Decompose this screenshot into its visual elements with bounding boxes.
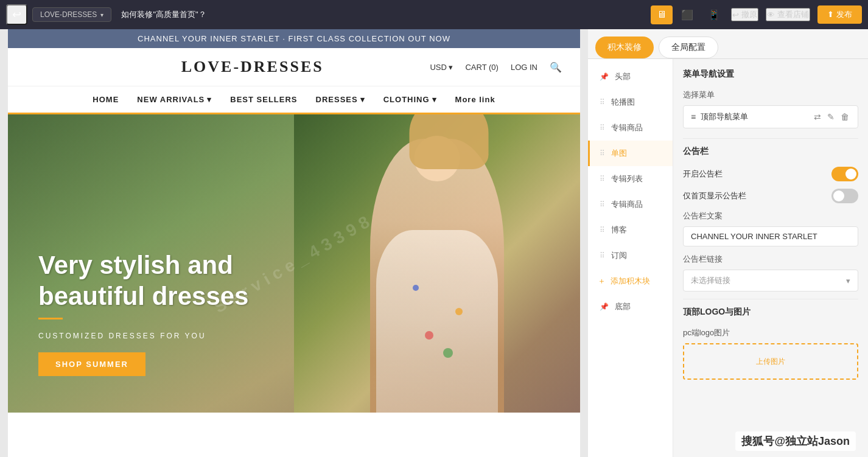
drag-handle-icon: ⠿ bbox=[600, 124, 605, 132]
hero-image-area bbox=[294, 114, 580, 413]
pin-icon: 📌 bbox=[600, 302, 609, 311]
homepage-only-toggle[interactable] bbox=[831, 189, 858, 203]
store-header-right: USD ▾ CART (0) LOG IN 🔍 bbox=[430, 61, 562, 73]
nav-item-new-arrivals[interactable]: NEW ARRIVALS ▾ bbox=[137, 95, 212, 104]
hero-cta-button[interactable]: SHOP SUMMER bbox=[38, 352, 145, 376]
panel-tabs: 积木装修 全局配置 bbox=[588, 29, 868, 59]
toolbar-right-actions: ↩ 撤原 👁 查看店铺 ⬆ 发布 bbox=[731, 5, 862, 24]
back-button[interactable]: ↩ bbox=[6, 4, 27, 25]
announcement-content-input[interactable] bbox=[683, 226, 858, 246]
logo-section-title: 顶部LOGO与图片 bbox=[683, 307, 858, 318]
chevron-down-icon: ▾ bbox=[846, 276, 850, 285]
panel-content: 📌 头部 ⠿ 轮播图 ⠿ 专辑商品 ⠿ 单图 bbox=[588, 59, 868, 457]
announcement-toggle-row: 开启公告栏 bbox=[683, 167, 858, 181]
pin-icon: 📌 bbox=[600, 72, 609, 81]
cart-link[interactable]: CART (0) bbox=[465, 63, 498, 72]
hero-content: Very stylish and beautiful dresses CUSTO… bbox=[8, 250, 279, 413]
add-block-button[interactable]: ＋ 添加积木块 bbox=[588, 268, 673, 294]
preview-label: 查看店铺 bbox=[777, 9, 809, 20]
tablet-view-button[interactable]: ⬛ bbox=[675, 5, 699, 24]
pc-logo-label: pc端logo图片 bbox=[683, 327, 858, 338]
component-item-single-image[interactable]: ⠿ 单图 bbox=[588, 141, 673, 166]
tab-blocks[interactable]: 积木装修 bbox=[595, 37, 654, 58]
preview-button[interactable]: 👁 查看店铺 bbox=[766, 8, 810, 21]
chevron-down-icon-dresses: ▾ bbox=[360, 95, 365, 104]
menu-select-text: 顶部导航菜单 bbox=[701, 111, 808, 122]
menu-delete-button[interactable]: 🗑 bbox=[839, 111, 850, 123]
announcement-link-dropdown[interactable]: 未选择链接 ▾ bbox=[683, 270, 858, 291]
drag-handle-icon: ⠿ bbox=[600, 200, 605, 209]
chevron-down-icon: ▾ bbox=[207, 95, 212, 104]
undo-icon: ↩ bbox=[732, 10, 739, 19]
preview-area: CHANNEL YOUR INNER STARLET · FIRST CLASS… bbox=[0, 29, 588, 457]
component-item-subscription[interactable]: ⠿ 订阅 bbox=[588, 243, 673, 268]
announcement-section-title: 公告栏 bbox=[683, 146, 858, 157]
settings-panel: 菜单导航设置 选择菜单 ≡ 顶部导航菜单 ⇄ ✎ 🗑 公告栏 开启公告栏 bbox=[673, 59, 868, 457]
hero-subtitle: CUSTOMIZED DRESSES FOR YOU bbox=[38, 332, 248, 340]
store-wrapper: CHANNEL YOUR INNER STARLET · FIRST CLASS… bbox=[8, 29, 580, 457]
device-switcher: 🖥 ⬛ 📱 bbox=[651, 5, 726, 24]
nav-item-more[interactable]: More link bbox=[455, 95, 495, 104]
divider2 bbox=[683, 299, 858, 299]
breadcrumb: 如何装修"高质量首页"？ bbox=[121, 9, 206, 20]
component-list: 📌 头部 ⠿ 轮播图 ⠿ 专辑商品 ⠿ 单图 bbox=[588, 59, 673, 457]
drag-handle-icon: ⠿ bbox=[600, 175, 605, 183]
divider bbox=[683, 138, 858, 139]
home-nav-button[interactable]: LOVE-DRESSES ▾ bbox=[32, 7, 111, 22]
tab-global[interactable]: 全局配置 bbox=[659, 37, 718, 58]
component-item-blog[interactable]: ⠿ 博客 bbox=[588, 217, 673, 243]
menu-label: 选择菜单 bbox=[683, 89, 858, 100]
desktop-view-button[interactable]: 🖥 bbox=[651, 5, 673, 24]
pc-logo-upload[interactable]: 上传图片 bbox=[683, 343, 858, 380]
drag-handle-icon: ⠿ bbox=[600, 98, 605, 106]
search-icon[interactable]: 🔍 bbox=[550, 61, 562, 73]
component-item-banner[interactable]: ⠿ 轮播图 bbox=[588, 89, 673, 115]
component-item-header[interactable]: 📌 头部 bbox=[588, 64, 673, 89]
store-header: LOVE-DRESSES USD ▾ CART (0) LOG IN 🔍 bbox=[8, 48, 580, 86]
top-toolbar: ↩ LOVE-DRESSES ▾ 如何装修"高质量首页"？ 🖥 ⬛ 📱 ↩ 撤原… bbox=[0, 0, 868, 29]
right-panel: 积木装修 全局配置 📌 头部 ⠿ 轮播图 ⠿ 专辑商品 bbox=[588, 29, 868, 457]
component-item-collection-list[interactable]: ⠿ 专辑列表 bbox=[588, 166, 673, 192]
menu-sort-button[interactable]: ⇄ bbox=[813, 111, 822, 123]
login-link[interactable]: LOG IN bbox=[511, 63, 537, 72]
mobile-view-button[interactable]: 📱 bbox=[702, 5, 726, 24]
menu-edit-button[interactable]: ✎ bbox=[826, 111, 836, 123]
home-dropdown-icon: ▾ bbox=[100, 12, 103, 18]
chevron-down-icon-clothing: ▾ bbox=[432, 95, 437, 104]
announcement-toggle-label: 开启公告栏 bbox=[683, 169, 723, 180]
announcement-content-label: 公告栏文案 bbox=[683, 211, 858, 222]
hero-title: Very stylish and beautiful dresses bbox=[38, 250, 248, 312]
undo-button[interactable]: ↩ 撤原 bbox=[731, 8, 758, 21]
plus-icon: ＋ bbox=[598, 276, 606, 287]
announcement-toggle[interactable] bbox=[831, 167, 858, 181]
drag-handle-icon: ⠿ bbox=[600, 226, 605, 234]
upload-icon: ⬆ bbox=[827, 10, 834, 19]
announcement-bar: CHANNEL YOUR INNER STARLET · FIRST CLASS… bbox=[8, 29, 580, 48]
hero-banner: Service_43398 Very stylish and beautiful… bbox=[8, 114, 580, 413]
publish-label: 发布 bbox=[836, 10, 852, 19]
hero-underline bbox=[38, 318, 63, 319]
nav-item-best-sellers[interactable]: BEST SELLERS bbox=[230, 95, 297, 104]
publish-button[interactable]: ⬆ 发布 bbox=[817, 5, 862, 24]
bottom-watermark: 搜狐号@独立站Jason bbox=[735, 431, 856, 451]
menu-select-row[interactable]: ≡ 顶部导航菜单 ⇄ ✎ 🗑 bbox=[683, 105, 858, 128]
eye-icon: 👁 bbox=[767, 10, 775, 19]
settings-section-title: 菜单导航设置 bbox=[683, 69, 858, 80]
announcement-link-placeholder: 未选择链接 bbox=[691, 275, 730, 286]
homepage-only-label: 仅首页显示公告栏 bbox=[683, 190, 746, 201]
component-item-featured[interactable]: ⠿ 专辑商品 bbox=[588, 115, 673, 141]
undo-label: 撤原 bbox=[741, 9, 757, 20]
component-item-collection-products[interactable]: ⠿ 专辑商品 bbox=[588, 192, 673, 217]
drag-handle-icon: ⠿ bbox=[600, 149, 605, 158]
announcement-link-label: 公告栏链接 bbox=[683, 254, 858, 265]
nav-item-home[interactable]: HOME bbox=[93, 95, 119, 104]
upload-placeholder-text: 上传图片 bbox=[756, 357, 785, 367]
menu-list-icon: ≡ bbox=[691, 112, 696, 122]
main-layout: CHANNEL YOUR INNER STARLET · FIRST CLASS… bbox=[0, 29, 868, 457]
nav-item-clothing[interactable]: CLOTHING ▾ bbox=[383, 95, 437, 104]
drag-handle-icon: ⠿ bbox=[600, 251, 605, 260]
nav-item-dresses[interactable]: DRESSES ▾ bbox=[316, 95, 365, 104]
store-nav: HOME NEW ARRIVALS ▾ BEST SELLERS DRESSES… bbox=[8, 86, 580, 114]
component-item-footer[interactable]: 📌 底部 bbox=[588, 294, 673, 319]
currency-selector[interactable]: USD ▾ bbox=[430, 63, 453, 72]
